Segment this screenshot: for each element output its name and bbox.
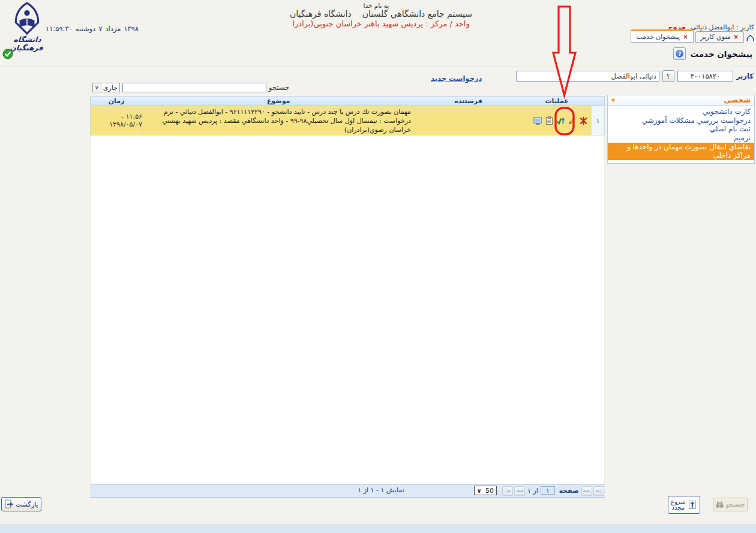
- tab-user-menu[interactable]: × منوي کاربر: [695, 31, 744, 43]
- user-field-label: کاربر: [736, 72, 754, 80]
- user-id-input[interactable]: [677, 71, 733, 82]
- lookup-button[interactable]: ؟: [662, 70, 674, 82]
- sidebar-item-add-drop[interactable]: ترميم: [608, 134, 754, 143]
- tab-service-desk[interactable]: × پيشخوان خدمت: [631, 29, 693, 43]
- page-title: پيشخوان خدمت: [690, 49, 752, 59]
- search-button-disabled[interactable]: جستجو: [713, 498, 748, 511]
- search-label: جستجو: [269, 83, 289, 92]
- time-cell: ۱۱:۵۶ - ۱۳۹۸/۰۵/۰۷: [91, 106, 142, 135]
- per-page-value: 50: [483, 487, 496, 495]
- column-row-number: [591, 97, 604, 106]
- farhangian-emblem-icon: [12, 2, 42, 35]
- showing-range-label: نمايش ۱ - ۱ از ۱: [345, 486, 417, 494]
- binoculars-icon: [715, 501, 724, 508]
- sidebar-item-edu-problems[interactable]: درخواست بررسي مشكلات آموزشي: [608, 117, 754, 125]
- tab-label: منوي کاربر: [701, 33, 731, 41]
- back-arrow-icon: [4, 499, 14, 509]
- page-label: صفحه: [557, 487, 580, 495]
- user-field-row: کاربر ؟: [516, 70, 754, 82]
- header-divider: [0, 67, 756, 67]
- year: ۱۳۹۸: [124, 25, 139, 33]
- page-of-label: از ۱: [526, 487, 539, 495]
- table-row[interactable]: ۱ مهمان بصورت تك درس يا چند: [90, 106, 605, 135]
- pagination-bar: نمايش ۱ - ۱ از ۱ ∨ 50 |◄ ◄◄ از ۱ صفحه ►►…: [90, 484, 605, 498]
- help-button[interactable]: ?: [673, 47, 686, 60]
- user-name-input[interactable]: [516, 71, 659, 82]
- first-page-button[interactable]: |◄: [502, 486, 513, 496]
- bismillah-text: به نام خدا: [316, 2, 436, 9]
- month: مرداد: [105, 25, 121, 33]
- back-button-label: بازگشت: [16, 501, 38, 508]
- chevron-down-icon: ∨: [475, 486, 483, 495]
- page-title-row: پيشخوان خدمت ?: [673, 47, 752, 60]
- search-row: جستجو جاری ∨: [90, 83, 289, 92]
- previous-page-button[interactable]: ◄◄: [514, 486, 525, 496]
- sidebar-header-label: شخصي: [724, 96, 751, 104]
- selected-filter: جاری: [101, 84, 119, 92]
- close-icon[interactable]: ×: [683, 34, 688, 40]
- search-button-label: جستجو: [725, 501, 745, 508]
- tab-label: پيشخوان خدمت: [636, 33, 680, 41]
- restart-label-line2: مجدد: [672, 504, 685, 511]
- question-icon: ?: [676, 50, 683, 58]
- status-ok-icon: [2, 49, 13, 61]
- university-logo: دانشگاه فرهنگیان: [5, 2, 49, 52]
- dropdown-arrow-icon: ▼: [611, 98, 615, 103]
- table-empty-area: [90, 135, 605, 484]
- sidebar-header[interactable]: شخصي ▼: [607, 95, 755, 106]
- next-page-button[interactable]: ►►: [581, 486, 592, 496]
- confirm-send-icon[interactable]: [556, 116, 565, 125]
- delete-icon[interactable]: [579, 116, 588, 125]
- column-operations: عمليات: [522, 97, 591, 106]
- sidebar-item-student-card[interactable]: كارت دانشجويي: [608, 108, 754, 116]
- view-workflow-icon[interactable]: [533, 116, 542, 125]
- status-filter-select[interactable]: جاری ∨: [92, 83, 120, 92]
- sidebar-item-main-registration[interactable]: ثبت نام اصلي: [608, 125, 754, 134]
- restart-button-label: شروع مجدد: [671, 499, 686, 511]
- close-icon[interactable]: ×: [734, 34, 739, 40]
- unit-center-line: واحد / مرکز : پرديس شهيد باهنر خراسان جن…: [252, 19, 510, 28]
- column-time: زمان: [91, 97, 142, 106]
- back-button[interactable]: بازگشت: [1, 497, 41, 511]
- tab-bar: × منوي کاربر × پيشخوان خدمت: [631, 31, 755, 43]
- datetime: ۱۱:۵۹:۳۰ دوشنبه ۷ مرداد ۱۳۹۸: [46, 25, 139, 33]
- requests-table: عمليات فرستنده موضوع زمان ۱: [90, 96, 605, 498]
- golestan-service-desk-page: دانشگاه فرهنگیان ۱۱:۵۹:۳۰ دوشنبه ۷ مرداد…: [0, 0, 756, 533]
- restart-icon: [688, 500, 697, 510]
- restart-button[interactable]: شروع مجدد: [668, 496, 700, 514]
- row-number: ۱: [591, 106, 604, 135]
- sender-cell: [414, 106, 522, 135]
- view-form-icon[interactable]: [545, 116, 554, 125]
- logged-in-user: کاربر : ابوالفضل دنيائي: [691, 23, 754, 31]
- per-page-select[interactable]: ∨ 50: [474, 486, 497, 495]
- search-input[interactable]: [122, 83, 266, 92]
- home-icon[interactable]: [746, 34, 755, 43]
- sidebar-item-guest-transfer[interactable]: تقاضاي انتقال بصورت مهمان در واحدها و مر…: [608, 143, 754, 160]
- column-subject: موضوع: [142, 97, 414, 106]
- weekday: دوشنبه: [76, 25, 95, 33]
- system-title-row: سيستم جامع دانشگاهي گلستان دانشگاه فرهنگ…: [252, 9, 510, 19]
- page-number-input[interactable]: [541, 486, 555, 495]
- system-title: سيستم جامع دانشگاهي گلستان: [362, 9, 472, 19]
- edit-icon[interactable]: [568, 116, 577, 125]
- last-page-button[interactable]: ►|: [593, 486, 604, 496]
- clock-time: ۱۱:۵۹:۳۰: [46, 25, 73, 33]
- personal-menu-sidebar: شخصي ▼ كارت دانشجويي درخواست بررسي مشكلا…: [607, 95, 755, 164]
- column-sender: فرستنده: [414, 97, 522, 106]
- operations-cell: [522, 106, 591, 135]
- table-header-row: عمليات فرستنده موضوع زمان: [90, 96, 605, 106]
- new-request-link[interactable]: درخواست جديد: [431, 74, 482, 83]
- subject-cell: مهمان بصورت تك درس يا چند درس - تاييد دا…: [142, 106, 414, 135]
- bottom-status-strip: [0, 525, 756, 533]
- university-name: دانشگاه فرهنگيان: [290, 9, 352, 19]
- sidebar-menu-list: كارت دانشجويي درخواست بررسي مشكلات آموزش…: [607, 106, 755, 164]
- day: ۷: [98, 25, 102, 33]
- chevron-down-icon: ∨: [93, 83, 101, 92]
